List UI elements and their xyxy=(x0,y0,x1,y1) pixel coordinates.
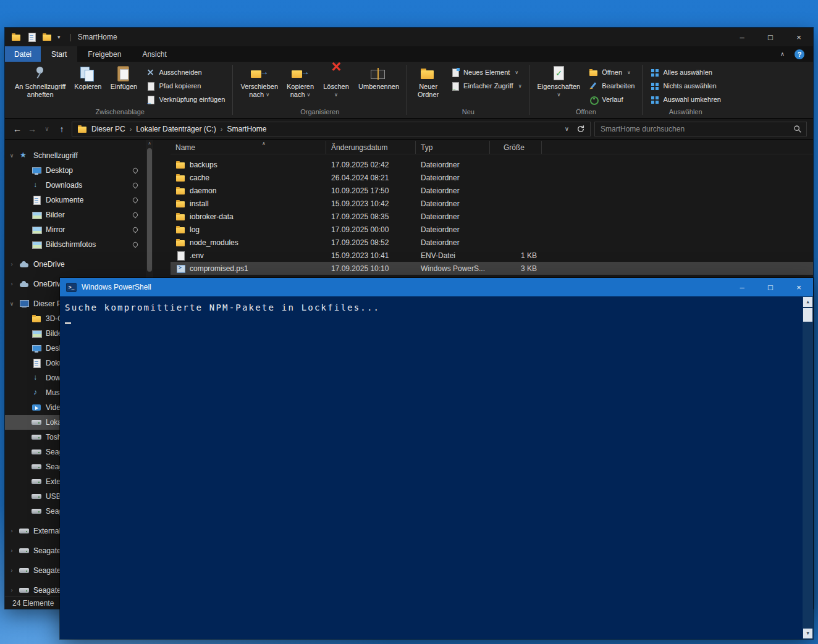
close-button[interactable]: × xyxy=(785,28,813,46)
sidebar-item-icon xyxy=(32,403,41,412)
breadcrumb[interactable]: Dieser PC › Lokaler Datenträger (C:) › S… xyxy=(72,122,591,136)
scrollbar-thumb[interactable] xyxy=(803,308,812,322)
new-folder-label-2: Ordner xyxy=(418,91,439,99)
minimize-button[interactable]: – xyxy=(728,278,756,296)
new-folder-label-1: Neuer xyxy=(419,83,437,91)
tab-view[interactable]: Ansicht xyxy=(132,46,177,62)
new-folder-button[interactable]: Neuer Ordner xyxy=(410,64,446,99)
expand-chevron-icon[interactable]: ∨ xyxy=(9,301,15,307)
paste-shortcut-button[interactable]: Verknüpfung einfügen xyxy=(141,93,229,106)
history-button[interactable]: Verlauf xyxy=(584,93,639,106)
file-row-iobroker-data[interactable]: iobroker-data 17.09.2025 08:35 Dateiordn… xyxy=(171,210,813,223)
help-icon[interactable]: ? xyxy=(795,49,804,59)
rename-button[interactable]: Umbenennen xyxy=(354,64,403,91)
breadcrumb-chevron-icon[interactable]: › xyxy=(130,125,132,133)
expand-chevron-icon[interactable]: ∨ xyxy=(9,153,15,159)
powershell-app-icon: >_ xyxy=(66,283,77,292)
file-row-install[interactable]: install 15.09.2023 10:42 Dateiordner xyxy=(171,197,813,210)
search-icon[interactable] xyxy=(793,125,802,133)
copy-button[interactable]: Kopieren xyxy=(70,64,106,91)
powershell-console[interactable]: Suche kompromittierte NPM-Pakete in Lock… xyxy=(60,296,813,639)
close-button[interactable]: × xyxy=(785,278,813,296)
address-dropdown-chevron-icon[interactable]: ∨ xyxy=(565,125,569,132)
new-item-button[interactable]: Neues Element ∨ xyxy=(446,65,526,79)
invert-selection-button[interactable]: Auswahl umkehren xyxy=(646,93,725,106)
collapse-ribbon-icon[interactable]: ∧ xyxy=(780,51,785,57)
column-header-type[interactable]: Typ xyxy=(416,141,490,154)
refresh-icon[interactable] xyxy=(576,125,585,133)
minimize-button[interactable]: – xyxy=(728,28,756,46)
delete-button[interactable]: Löschen ∨ xyxy=(318,64,354,99)
edit-button[interactable]: Bearbeiten xyxy=(584,79,639,93)
expand-chevron-icon[interactable]: › xyxy=(9,587,15,593)
file-row-node-modules[interactable]: node_modules 17.09.2025 08:52 Dateiordne… xyxy=(171,236,813,249)
back-button[interactable]: ← xyxy=(10,122,25,136)
forward-button[interactable]: → xyxy=(25,122,40,136)
tab-share[interactable]: Freigeben xyxy=(77,46,132,62)
search-input[interactable] xyxy=(595,125,793,133)
up-button[interactable]: ↑ xyxy=(54,122,69,136)
breadcrumb-this-pc[interactable]: Dieser PC xyxy=(91,125,125,133)
expand-chevron-icon[interactable]: › xyxy=(9,281,15,287)
scroll-down-icon[interactable]: ▼ xyxy=(803,629,812,638)
breadcrumb-local-disk-c[interactable]: Lokaler Datenträger (C:) xyxy=(136,125,216,133)
qat-customize-chevron-icon[interactable]: ▾ xyxy=(57,34,61,40)
move-to-button[interactable]: Verschieben nach∨ xyxy=(236,64,282,99)
scroll-up-icon[interactable]: ∧ xyxy=(146,140,153,147)
paste-button[interactable]: Einfügen xyxy=(106,64,141,91)
sidebar-item-mirror[interactable]: Mirror xyxy=(5,222,146,237)
file-icon xyxy=(175,199,185,209)
recent-locations-chevron-icon[interactable]: ∨ xyxy=(40,122,54,136)
expand-chevron-icon[interactable]: › xyxy=(9,528,15,534)
file-row-daemon[interactable]: daemon 10.09.2025 17:50 Dateiordner xyxy=(171,184,813,197)
column-header-date[interactable]: Änderungsdatum xyxy=(326,141,416,154)
tab-start[interactable]: Start xyxy=(41,46,77,62)
scrollbar-thumb[interactable] xyxy=(147,148,152,272)
powershell-titlebar[interactable]: >_ Windows PowerShell – □ × xyxy=(60,278,813,296)
sidebar-item-onedrive[interactable]: › OneDrive xyxy=(5,257,146,272)
column-header-size[interactable]: Größe xyxy=(490,141,542,154)
expand-chevron-icon[interactable]: › xyxy=(9,567,15,574)
cut-button[interactable]: Ausschneiden xyxy=(141,65,229,79)
sidebar-item-schnellzugriff[interactable]: ∨ Schnellzugriff xyxy=(5,148,146,163)
scroll-up-icon[interactable]: ▲ xyxy=(803,297,812,307)
sidebar-item-bildschirmfotos[interactable]: Bildschirmfotos xyxy=(5,237,146,252)
file-icon xyxy=(175,212,185,222)
sidebar-item-bilder[interactable]: Bilder xyxy=(5,207,146,222)
sidebar-item-downloads[interactable]: Downloads xyxy=(5,178,146,193)
open-label: Öffnen xyxy=(602,69,622,76)
easy-access-button[interactable]: Einfacher Zugriff ∨ xyxy=(446,79,526,93)
sidebar-item-icon xyxy=(32,165,41,175)
copy-to-button[interactable]: Kopieren nach∨ xyxy=(282,64,318,99)
copy-path-button[interactable]: Pfad kopieren xyxy=(141,79,229,93)
pin-to-quick-access-button[interactable]: An Schnellzugriff anheften xyxy=(11,64,70,99)
open-button[interactable]: Öffnen ∨ xyxy=(584,65,639,79)
console-scrollbar[interactable]: ▲ ▼ xyxy=(803,296,813,639)
window-title: SmartHome xyxy=(78,33,117,41)
sidebar-item-desktop[interactable]: Desktop xyxy=(5,163,146,178)
breadcrumb-chevron-icon[interactable]: › xyxy=(221,125,223,133)
quick-access-toolbar: ▾ | xyxy=(5,32,72,42)
expand-chevron-icon[interactable]: › xyxy=(9,261,15,267)
file-row-cache[interactable]: cache 26.04.2024 08:21 Dateiordner xyxy=(171,171,813,184)
group-label-clipboard: Zwischenablage xyxy=(7,107,232,118)
breadcrumb-smarthome[interactable]: SmartHome xyxy=(227,125,266,133)
tab-file[interactable]: Datei xyxy=(5,46,41,62)
select-none-button[interactable]: Nichts auswählen xyxy=(646,79,725,93)
select-all-button[interactable]: Alles auswählen xyxy=(646,65,725,79)
file-row-backups[interactable]: backups 17.09.2025 02:42 Dateiordner xyxy=(171,158,813,171)
sidebar-item-dokumente[interactable]: Dokumente xyxy=(5,193,146,207)
expand-chevron-icon[interactable]: › xyxy=(9,548,15,554)
maximize-button[interactable]: □ xyxy=(756,278,785,296)
sidebar-item-icon xyxy=(32,195,41,205)
edit-icon xyxy=(589,82,598,91)
paste-icon xyxy=(114,65,133,82)
column-header-name[interactable]: Name xyxy=(171,141,326,154)
properties-button[interactable]: Eigenschaften ∨ xyxy=(533,64,584,99)
file-row--env[interactable]: .env 15.09.2023 10:41 ENV-Datei 1 KB xyxy=(171,249,813,262)
file-row-log[interactable]: log 17.09.2025 00:00 Dateiordner xyxy=(171,223,813,236)
file-row-compromised-ps1[interactable]: compromised.ps1 17.09.2025 10:10 Windows… xyxy=(171,262,813,275)
maximize-button[interactable]: □ xyxy=(756,28,785,46)
qat-new-folder-icon[interactable] xyxy=(42,32,52,42)
qat-properties-icon[interactable] xyxy=(27,32,36,42)
